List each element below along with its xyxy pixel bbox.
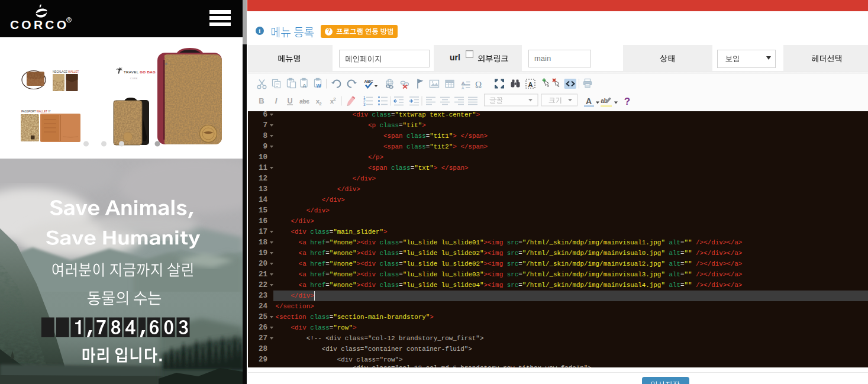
svg-text:2: 2 [319, 101, 322, 107]
svg-text:A: A [302, 83, 306, 89]
svg-text:?: ? [624, 96, 630, 107]
svg-text:A: A [586, 96, 592, 106]
svg-text:Ω: Ω [475, 80, 482, 89]
svg-text:2: 2 [333, 96, 336, 102]
svg-text:W: W [316, 83, 321, 89]
svg-text:B: B [259, 96, 264, 105]
svg-text:A: A [462, 86, 464, 90]
svg-text:A: A [528, 81, 533, 88]
svg-text:NECKLACE WALLET: NECKLACE WALLET [53, 70, 79, 73]
svg-text:3: 3 [363, 102, 366, 107]
svg-text:PASSPORT WALLET /Y: PASSPORT WALLET /Y [21, 110, 51, 113]
svg-text:CORK: CORK [130, 78, 138, 80]
svg-text:ABC: ABC [364, 79, 373, 83]
svg-text:I: I [275, 96, 277, 105]
svg-text:TRAVEL GO BAG: TRAVEL GO BAG [124, 70, 156, 74]
svg-text:U: U [287, 97, 292, 105]
